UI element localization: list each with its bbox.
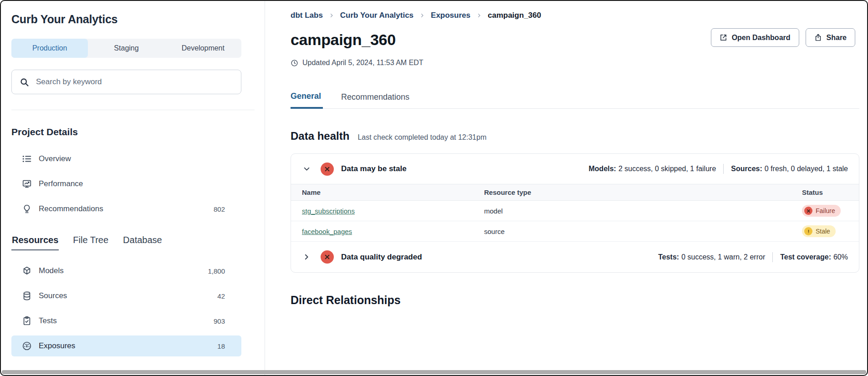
breadcrumb-link-project[interactable]: Curb Your Analytics <box>340 11 414 20</box>
resource-view-tabs: Resources File Tree Database <box>11 235 265 250</box>
tab-database[interactable]: Database <box>123 235 163 249</box>
clipboard-check-icon <box>21 315 32 326</box>
list-icon <box>21 153 32 164</box>
x-circle-icon <box>321 250 334 264</box>
environment-switcher: Production Staging Development <box>11 39 241 58</box>
sidebar-item-label: Sources <box>39 291 67 300</box>
chevron-right-icon <box>476 13 482 18</box>
resource-type-cell: source <box>484 228 802 235</box>
warning-circle-icon <box>804 227 812 235</box>
column-header-status: Status <box>802 188 848 196</box>
resource-link-facebook-pages[interactable]: facebook_pages <box>302 228 352 235</box>
resources-nav: Models 1,800 Sources 42 <box>11 260 265 356</box>
quality-section-stats: Tests: 0 success, 1 warn, 2 error Test c… <box>658 252 848 262</box>
project-details-heading: Project Details <box>11 127 265 137</box>
search-box[interactable] <box>11 70 241 94</box>
stat-divider <box>772 252 773 262</box>
lightbulb-icon <box>21 203 32 214</box>
chevron-right-icon[interactable] <box>302 253 311 261</box>
breadcrumb-link-exposures[interactable]: Exposures <box>431 11 470 20</box>
column-header-resource-type: Resource type <box>484 188 802 196</box>
search-icon <box>20 77 29 87</box>
last-check-text: Last check completed today at 12:31pm <box>357 133 486 142</box>
models-stat-label: Models: <box>589 165 616 173</box>
sidebar-item-label: Performance <box>39 179 83 188</box>
data-health-heading: Data health Last check completed today a… <box>291 130 859 142</box>
open-dashboard-label: Open Dashboard <box>732 34 791 42</box>
sources-stat-label: Sources: <box>731 165 762 173</box>
sidebar-item-count: 903 <box>214 317 225 325</box>
search-input[interactable] <box>35 77 233 87</box>
breadcrumb-current: campaign_360 <box>488 11 541 20</box>
share-icon <box>814 34 822 41</box>
coverage-stat-value: 60% <box>833 253 848 261</box>
page-tabs: General Recommendations <box>291 91 859 109</box>
x-circle-icon <box>321 163 334 176</box>
env-tab-production[interactable]: Production <box>11 39 88 58</box>
status-badge-label: Stale <box>816 228 830 235</box>
sidebar-divider <box>11 110 255 110</box>
status-badge-failure: Failure <box>802 205 841 217</box>
health-table-header: Name Resource type Status <box>291 184 859 201</box>
tab-resources[interactable]: Resources <box>11 235 59 250</box>
project-details-nav: Overview Performance <box>11 148 265 219</box>
tab-file-tree[interactable]: File Tree <box>72 235 109 249</box>
data-health-card: Data may be stale Models: 2 success, 0 s… <box>291 153 859 273</box>
app-window: Curb Your Analytics Production Staging D… <box>0 0 868 376</box>
column-header-name: Name <box>302 188 484 196</box>
status-badge-label: Failure <box>816 207 835 214</box>
database-icon <box>21 290 32 301</box>
table-row: stg_subscriptions model Failure <box>291 201 859 221</box>
clock-icon <box>291 59 298 67</box>
sidebar-item-exposures[interactable]: Exposures 18 <box>11 335 241 356</box>
sidebar-item-count: 18 <box>217 342 225 350</box>
sidebar-item-label: Recommendations <box>39 204 103 213</box>
resource-type-cell: model <box>484 207 802 215</box>
stat-divider <box>723 164 724 174</box>
updated-text: Updated April 5, 2024, 11:53 AM EDT <box>302 59 424 67</box>
tab-general[interactable]: General <box>291 91 323 109</box>
status-badge-stale: Stale <box>802 225 836 237</box>
sidebar-item-sources[interactable]: Sources 42 <box>11 285 241 306</box>
stale-section-title: Data may be stale <box>341 164 407 173</box>
chevron-right-icon <box>419 13 425 18</box>
chevron-down-icon[interactable] <box>302 165 311 173</box>
sidebar-item-overview[interactable]: Overview <box>11 148 241 169</box>
updated-timestamp: Updated April 5, 2024, 11:53 AM EDT <box>291 59 859 67</box>
sidebar-item-recommendations[interactable]: Recommendations 802 <box>11 198 241 219</box>
chevron-right-icon <box>329 13 334 18</box>
sidebar-item-count: 42 <box>217 292 225 300</box>
breadcrumb: dbt Labs Curb Your Analytics Exposures c… <box>291 11 859 20</box>
env-tab-development[interactable]: Development <box>165 39 241 58</box>
stale-section-row[interactable]: Data may be stale Models: 2 success, 0 s… <box>291 154 859 184</box>
sidebar: Curb Your Analytics Production Staging D… <box>1 1 265 375</box>
stale-section-stats: Models: 2 success, 0 skipped, 1 failure … <box>589 164 848 174</box>
external-link-icon <box>720 34 727 41</box>
open-dashboard-button[interactable]: Open Dashboard <box>711 28 799 47</box>
sidebar-item-models[interactable]: Models 1,800 <box>11 260 241 281</box>
share-button[interactable]: Share <box>806 28 855 47</box>
sidebar-item-tests[interactable]: Tests 903 <box>11 310 241 331</box>
performance-chart-icon <box>21 178 32 189</box>
share-label: Share <box>827 34 847 42</box>
quality-section-row[interactable]: Data quality degraded Tests: 0 success, … <box>291 242 859 272</box>
tests-stat-value: 0 success, 1 warn, 2 error <box>681 253 765 261</box>
coverage-stat-label: Test coverage: <box>780 253 831 261</box>
table-row: facebook_pages source Stale <box>291 221 859 242</box>
cube-icon <box>21 265 32 276</box>
sidebar-item-label: Models <box>39 266 64 275</box>
data-health-title: Data health <box>291 130 349 142</box>
env-tab-staging[interactable]: Staging <box>88 39 164 58</box>
quality-section-title: Data quality degraded <box>341 253 422 262</box>
sidebar-item-count: 1,800 <box>208 267 225 275</box>
resource-link-stg-subscriptions[interactable]: stg_subscriptions <box>302 207 355 215</box>
breadcrumb-link-dbt-labs[interactable]: dbt Labs <box>291 11 323 20</box>
sidebar-item-count: 802 <box>214 205 225 213</box>
sidebar-item-performance[interactable]: Performance <box>11 173 241 194</box>
sources-stat-value: 0 fresh, 0 delayed, 1 stale <box>765 165 848 173</box>
sidebar-item-label: Overview <box>39 154 71 163</box>
models-stat-value: 2 success, 0 skipped, 1 failure <box>618 165 716 173</box>
tab-recommendations[interactable]: Recommendations <box>341 91 411 108</box>
horizontal-scrollbar[interactable] <box>2 370 866 374</box>
main-content: dbt Labs Curb Your Analytics Exposures c… <box>265 1 867 375</box>
